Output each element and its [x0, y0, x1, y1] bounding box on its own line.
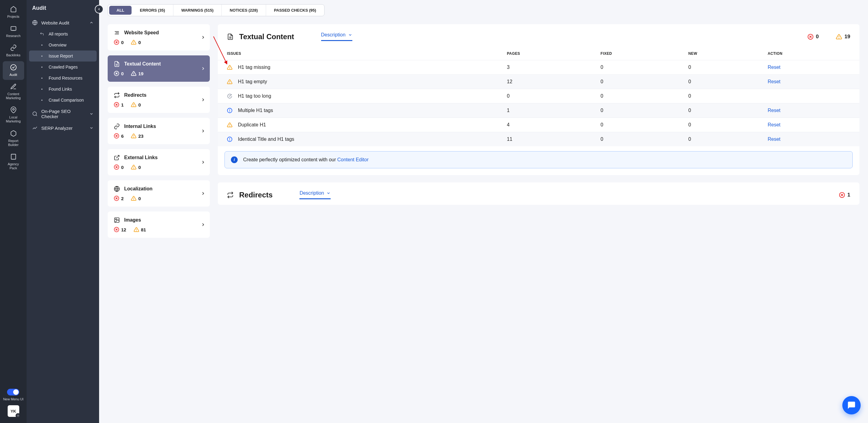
- svg-point-38: [134, 137, 134, 137]
- filter-btn-errors[interactable]: ERRORS (35): [132, 5, 173, 16]
- description-tab-2[interactable]: Description: [300, 190, 331, 199]
- website-speed-icon: [114, 30, 120, 36]
- external-links-icon: [114, 154, 120, 161]
- detail2-title: Redirects: [239, 191, 273, 199]
- notice-icon: [227, 137, 232, 142]
- sidebar: Audit Website AuditAll reports•Overview•…: [27, 0, 99, 423]
- detail-errors-count: 0: [807, 34, 819, 40]
- table-row[interactable]: H1 tag too long 0 0 0: [218, 89, 860, 104]
- filter-btn-notices[interactable]: NOTICES (228): [222, 5, 266, 16]
- svg-point-2: [10, 64, 16, 70]
- errors-count: 6: [114, 133, 124, 139]
- detail2-errors-count: 1: [839, 192, 850, 198]
- filter-btn-warnings[interactable]: WARNINGS (515): [174, 5, 222, 16]
- svg-point-53: [116, 219, 117, 220]
- svg-point-66: [839, 38, 839, 38]
- report-builder-icon: [10, 130, 17, 137]
- projects-icon: [10, 5, 17, 13]
- category-card-textual-content[interactable]: Textual Content 0 19: [108, 55, 210, 82]
- chevron-right-icon: [200, 160, 206, 165]
- col-pages: PAGES: [499, 47, 593, 60]
- table-row[interactable]: H1 tag empty 12 0 0 Reset: [218, 75, 860, 89]
- category-card-website-speed[interactable]: Website Speed 0 0: [108, 24, 210, 51]
- category-card-external-links[interactable]: External Links 0 0: [108, 149, 210, 175]
- warning-icon: [227, 64, 232, 70]
- sidebar-item-crawled-pages[interactable]: •Crawled Pages: [29, 61, 97, 73]
- category-card-images[interactable]: Images 12 81: [108, 212, 210, 238]
- content-marketing-icon: [10, 83, 17, 90]
- sidebar-item-crawl-comparison[interactable]: •Crawl Comparison: [29, 94, 97, 106]
- reset-link[interactable]: Reset: [768, 64, 780, 70]
- rail-item-research[interactable]: Research: [3, 22, 24, 41]
- chevron-right-icon: [200, 66, 206, 71]
- sidebar-collapse-button[interactable]: [95, 5, 103, 13]
- internal-links-icon: [114, 123, 120, 130]
- svg-point-12: [33, 112, 36, 115]
- svg-point-73: [230, 111, 230, 112]
- col-new: NEW: [681, 47, 760, 60]
- rail-item-audit[interactable]: Audit: [3, 61, 24, 80]
- svg-point-3: [12, 109, 14, 111]
- gear-icon: [16, 413, 21, 418]
- errors-count: 12: [114, 227, 126, 232]
- table-row[interactable]: Multiple H1 tags 1 0 0 Reset: [218, 104, 860, 118]
- warning-icon: [227, 79, 232, 84]
- filter-bar: ALLERRORS (35)WARNINGS (515)NOTICES (228…: [108, 4, 324, 16]
- rail-item-report-builder[interactable]: Report Builder: [3, 127, 24, 150]
- sidebar-group-on-page-seo-checker[interactable]: On-Page SEO Checker: [27, 106, 99, 122]
- rail-item-agency-pack[interactable]: Agency Pack: [3, 150, 24, 173]
- reset-link[interactable]: Reset: [768, 122, 780, 127]
- errors-count: 0: [114, 71, 124, 76]
- rail-item-backlinks[interactable]: Backlinks: [3, 41, 24, 60]
- backlinks-icon: [10, 44, 17, 51]
- content-editor-link[interactable]: Content Editor: [337, 157, 369, 162]
- filter-btn-passed[interactable]: PASSED CHECKS (95): [266, 5, 324, 16]
- errors-count: 0: [114, 164, 124, 170]
- toggle-label: New Menu UI: [3, 397, 24, 401]
- check-icon: [227, 93, 232, 99]
- sidebar-group-serp-analyzer[interactable]: SERP Analyzer: [27, 122, 99, 134]
- main-content: ALLERRORS (35)WARNINGS (515)NOTICES (228…: [99, 0, 868, 423]
- rail-item-content-marketing[interactable]: Content Marketing: [3, 81, 24, 103]
- audit-icon: [10, 64, 17, 71]
- rail-item-projects[interactable]: Projects: [3, 3, 24, 22]
- warnings-count: 0: [131, 164, 141, 170]
- filter-btn-all[interactable]: ALL: [109, 6, 132, 15]
- reset-link[interactable]: Reset: [768, 108, 780, 113]
- table-row[interactable]: Duplicate H1 4 0 0 Reset: [218, 118, 860, 132]
- icon-rail: ProjectsResearchBacklinksAuditContent Ma…: [0, 0, 27, 423]
- svg-line-13: [36, 115, 37, 116]
- table-row[interactable]: Identical Title and H1 tags 11 0 0 Reset: [218, 132, 860, 147]
- reset-link[interactable]: Reset: [768, 137, 780, 142]
- reset-link[interactable]: Reset: [768, 79, 780, 84]
- sidebar-group-website-audit[interactable]: Website Audit: [27, 17, 99, 28]
- rail-item-local-marketing[interactable]: Local Marketing: [3, 104, 24, 126]
- table-row[interactable]: H1 tag missing 3 0 0 Reset: [218, 60, 860, 75]
- avatar[interactable]: YK: [8, 405, 19, 417]
- sidebar-item-found-resources[interactable]: •Found Resources: [29, 73, 97, 84]
- sidebar-item-overview[interactable]: •Overview: [29, 39, 97, 51]
- svg-point-28: [134, 74, 134, 75]
- warnings-count: 0: [131, 39, 141, 45]
- sidebar-item-issue-report[interactable]: •Issue Report: [29, 51, 97, 61]
- banner-text: Create perfectly optimized content with …: [243, 157, 337, 162]
- warnings-count: 81: [134, 227, 146, 232]
- research-icon: [10, 25, 17, 32]
- svg-rect-0: [11, 27, 16, 31]
- errors-count: 0: [114, 39, 124, 45]
- new-menu-ui-toggle[interactable]: [7, 389, 19, 395]
- description-tab[interactable]: Description: [321, 32, 352, 41]
- category-card-internal-links[interactable]: Internal Links 6 23: [108, 118, 210, 144]
- chat-fab[interactable]: [842, 396, 861, 415]
- category-card-redirects[interactable]: Redirects 1 0: [108, 87, 210, 113]
- svg-point-44: [134, 168, 134, 168]
- category-card-localization[interactable]: Localization 2 0: [108, 180, 210, 206]
- agency-pack-icon: [10, 153, 17, 160]
- svg-point-75: [230, 126, 230, 126]
- svg-line-39: [116, 156, 119, 158]
- redirects-icon: [114, 92, 120, 98]
- detail-warnings-count: 19: [836, 34, 850, 40]
- sidebar-item-found-links[interactable]: •Found Links: [29, 84, 97, 94]
- errors-count: 2: [114, 196, 124, 201]
- sidebar-item-all-reports[interactable]: All reports: [29, 28, 97, 39]
